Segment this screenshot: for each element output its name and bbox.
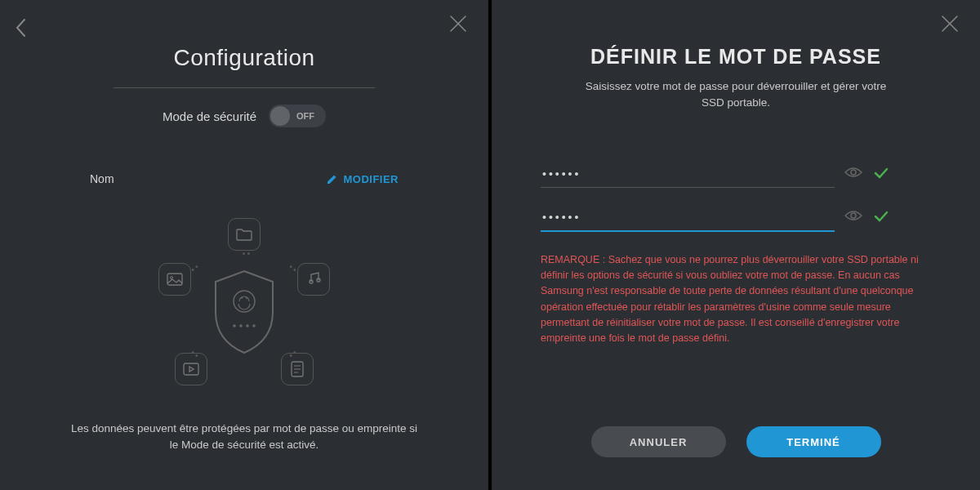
config-footer-text: Les données peuvent être protégées par m… — [65, 421, 423, 454]
pencil-icon — [327, 174, 337, 185]
password-input[interactable] — [541, 161, 835, 188]
svg-point-0 — [234, 291, 255, 312]
svg-point-2 — [239, 324, 243, 327]
image-icon — [158, 263, 191, 296]
toggle-knob — [270, 106, 290, 126]
password-row-1 — [541, 161, 931, 188]
password-subtitle: Saisissez votre mot de passe pour déverr… — [573, 78, 898, 112]
security-mode-toggle[interactable]: OFF — [269, 105, 326, 127]
svg-point-12 — [851, 170, 856, 175]
folder-icon — [228, 218, 261, 251]
security-mode-label: Mode de sécurité — [163, 109, 256, 123]
config-title: Configuration — [0, 45, 488, 71]
password-title: DÉFINIR LE MOT DE PASSE — [492, 45, 980, 69]
back-button[interactable] — [15, 18, 34, 38]
password-confirm-input[interactable] — [541, 204, 835, 232]
config-panel: Configuration Mode de sécurité OFF Nom M… — [0, 0, 488, 490]
password-row-2 — [541, 204, 931, 232]
security-graphic — [130, 226, 359, 398]
music-icon — [297, 263, 330, 296]
svg-point-6 — [171, 277, 173, 279]
svg-rect-7 — [184, 363, 198, 375]
svg-point-3 — [246, 324, 249, 327]
svg-point-4 — [252, 324, 256, 327]
password-fields: REMARQUE : Sachez que vous ne pourrez pl… — [541, 161, 931, 347]
button-row: ANNULER TERMINÉ — [492, 426, 980, 457]
document-icon — [281, 353, 314, 385]
security-mode-row: Mode de sécurité OFF — [0, 105, 488, 127]
modify-label: MODIFIER — [343, 173, 399, 185]
password-panel: DÉFINIR LE MOT DE PASSE Saisissez votre … — [492, 0, 980, 490]
check-icon — [874, 167, 889, 182]
name-row: Nom MODIFIER — [90, 172, 399, 185]
toggle-state-label: OFF — [296, 111, 314, 121]
modify-name-button[interactable]: MODIFIER — [327, 173, 399, 185]
shield-icon — [207, 267, 281, 357]
cancel-button[interactable]: ANNULER — [591, 426, 726, 457]
eye-icon[interactable] — [844, 209, 862, 225]
video-icon — [175, 353, 207, 385]
close-button[interactable] — [941, 15, 964, 38]
check-icon — [874, 211, 889, 225]
name-label: Nom — [90, 172, 114, 185]
eye-icon[interactable] — [844, 166, 862, 182]
title-divider — [114, 87, 375, 88]
svg-point-1 — [233, 324, 236, 327]
svg-point-13 — [851, 213, 856, 218]
close-button[interactable] — [449, 15, 472, 38]
password-warning: REMARQUE : Sachez que vous ne pourrez pl… — [541, 252, 931, 347]
done-button[interactable]: TERMINÉ — [746, 426, 881, 457]
svg-rect-5 — [167, 274, 182, 285]
